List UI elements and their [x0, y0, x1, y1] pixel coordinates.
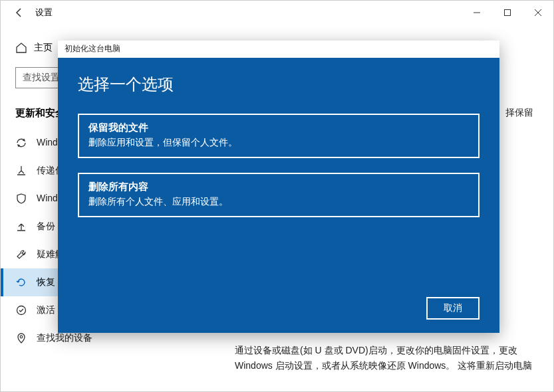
option-desc: 删除应用和设置，但保留个人文件。 [88, 137, 469, 149]
troubleshoot-icon [15, 248, 27, 260]
sync-icon [15, 137, 27, 149]
back-arrow-icon [14, 7, 25, 18]
svg-point-4 [17, 306, 26, 315]
home-label: 主页 [34, 42, 53, 54]
maximize-button[interactable] [492, 1, 523, 25]
option-title: 保留我的文件 [88, 122, 469, 134]
search-placeholder: 查找设置 [23, 72, 60, 84]
option-remove-all[interactable]: 删除所有内容 删除所有个人文件、应用和设置。 [78, 173, 480, 217]
title-bar: 设置 [1, 1, 553, 25]
svg-point-5 [20, 336, 23, 338]
dialog-window-title: 初始化这台电脑 [58, 41, 499, 58]
sidebar-item-label: 激活 [37, 304, 55, 316]
option-desc: 删除所有个人文件、应用和设置。 [88, 196, 469, 208]
shield-icon [15, 193, 27, 205]
recovery-icon [15, 276, 27, 288]
minimize-button[interactable] [462, 1, 492, 25]
svg-rect-1 [505, 10, 511, 16]
option-keep-files[interactable]: 保留我的文件 删除应用和设置，但保留个人文件。 [78, 114, 480, 158]
option-title: 删除所有内容 [88, 181, 469, 193]
sidebar-item-label: 备份 [37, 221, 55, 233]
back-button[interactable] [6, 1, 33, 25]
window-title: 设置 [35, 7, 53, 19]
activate-icon [15, 304, 27, 316]
close-button[interactable] [523, 1, 553, 25]
reset-dialog: 初始化这台电脑 选择一个选项 保留我的文件 删除应用和设置，但保留个人文件。 删… [58, 41, 499, 333]
backup-icon [15, 221, 27, 233]
home-icon [15, 42, 27, 54]
sidebar-item-label: 查找我的设备 [37, 332, 92, 344]
find-icon [15, 332, 27, 344]
delivery-icon [15, 165, 27, 177]
cancel-button[interactable]: 取消 [426, 297, 480, 320]
maximize-icon [503, 9, 511, 17]
content-hint: 择保留 [505, 107, 533, 119]
sidebar-item-label: 恢复 [37, 276, 55, 288]
close-icon [534, 9, 542, 17]
dialog-title: 选择一个选项 [78, 74, 480, 95]
minimize-icon [473, 9, 481, 17]
content-bottom-text: 通过设备或磁盘(如 U 盘或 DVD)启动，更改你的电脑固件设置，更改 Wind… [235, 343, 533, 373]
